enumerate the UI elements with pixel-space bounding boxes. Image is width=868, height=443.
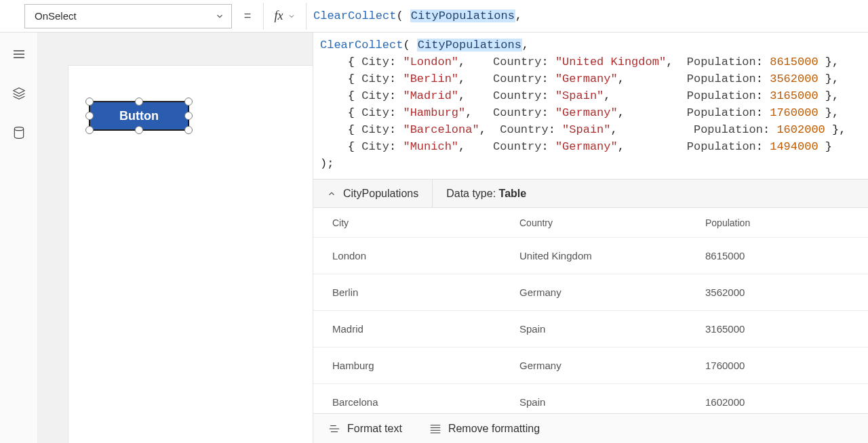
formula-topbar: OnSelect = fx ClearCollect( CityPopulati… — [0, 0, 868, 33]
table-row[interactable]: HamburgGermany1760000 — [313, 347, 868, 384]
resize-handle[interactable] — [184, 126, 193, 134]
chevron-down-icon — [288, 12, 296, 20]
fx-icon: fx — [275, 9, 283, 23]
resize-handle[interactable] — [184, 98, 193, 106]
table-cell: Spain — [519, 396, 705, 408]
table-header-cell: City — [332, 217, 519, 228]
canvas-page[interactable]: Button — [68, 65, 313, 443]
format-text-button[interactable]: Format text — [328, 423, 402, 435]
table-row[interactable]: MadridSpain3165000 — [313, 311, 868, 347]
formula-editor[interactable]: ClearCollect( CityPopulations, { City: "… — [313, 33, 868, 180]
table-cell: 8615000 — [705, 250, 849, 261]
svg-marker-3 — [13, 88, 24, 93]
remove-formatting-label: Remove formatting — [448, 423, 540, 435]
table-cell: Germany — [519, 287, 705, 298]
formula-footer: Format text Remove formatting — [313, 413, 868, 443]
property-dropdown-value: OnSelect — [35, 10, 77, 22]
table-cell: 1760000 — [705, 360, 849, 371]
table-cell: Spain — [519, 323, 705, 335]
table-cell: 1602000 — [705, 396, 849, 408]
resize-handle[interactable] — [85, 112, 94, 120]
canvas-area[interactable]: Button — [38, 33, 313, 443]
table-cell: Madrid — [332, 323, 519, 335]
left-rail — [0, 33, 38, 443]
format-text-icon — [328, 423, 340, 435]
table-cell: Germany — [519, 360, 705, 371]
table-cell: Barcelona — [332, 396, 519, 408]
resize-handle[interactable] — [85, 98, 94, 106]
result-table: City Country Population LondonUnited Kin… — [313, 208, 868, 413]
resize-handle[interactable] — [135, 98, 143, 106]
result-collection-name: CityPopulations — [343, 188, 418, 200]
remove-formatting-icon — [429, 423, 441, 435]
table-cell: Hamburg — [332, 360, 519, 371]
result-datatype-label: Data type: — [446, 188, 498, 199]
hamburger-icon[interactable] — [11, 46, 27, 62]
chevron-down-icon — [215, 12, 224, 21]
result-datatype-value: Table — [499, 188, 527, 199]
remove-formatting-button[interactable]: Remove formatting — [429, 423, 540, 435]
formula-pane: ClearCollect( CityPopulations, { City: "… — [313, 33, 868, 443]
resize-handle[interactable] — [184, 112, 193, 120]
table-cell: United Kingdom — [519, 250, 705, 261]
table-row[interactable]: BarcelonaSpain1602000 — [313, 384, 868, 413]
fx-button[interactable]: fx — [263, 3, 307, 30]
formula-preview[interactable]: ClearCollect( CityPopulations, — [307, 9, 868, 22]
format-text-label: Format text — [347, 423, 402, 435]
chevron-up-icon[interactable] — [327, 189, 336, 198]
resize-handle[interactable] — [135, 126, 143, 134]
table-cell: 3165000 — [705, 323, 849, 335]
table-cell: 3562000 — [705, 287, 849, 298]
table-cell: Berlin — [332, 287, 519, 298]
result-header: CityPopulations Data type: Table — [313, 180, 868, 208]
table-row[interactable]: LondonUnited Kingdom8615000 — [313, 238, 868, 274]
equals-label: = — [232, 9, 263, 23]
svg-point-4 — [14, 127, 23, 131]
table-header-cell: Country — [519, 217, 705, 228]
table-row[interactable]: BerlinGermany3562000 — [313, 274, 868, 311]
database-icon[interactable] — [11, 125, 27, 141]
property-dropdown[interactable]: OnSelect — [24, 4, 232, 28]
canvas-button-control[interactable]: Button — [89, 101, 189, 131]
table-header-cell: Population — [705, 217, 849, 228]
resize-handle[interactable] — [85, 126, 94, 134]
layers-icon[interactable] — [11, 85, 27, 102]
canvas-button-label: Button — [119, 109, 159, 123]
table-header-row: City Country Population — [313, 208, 868, 238]
table-cell: London — [332, 250, 519, 261]
